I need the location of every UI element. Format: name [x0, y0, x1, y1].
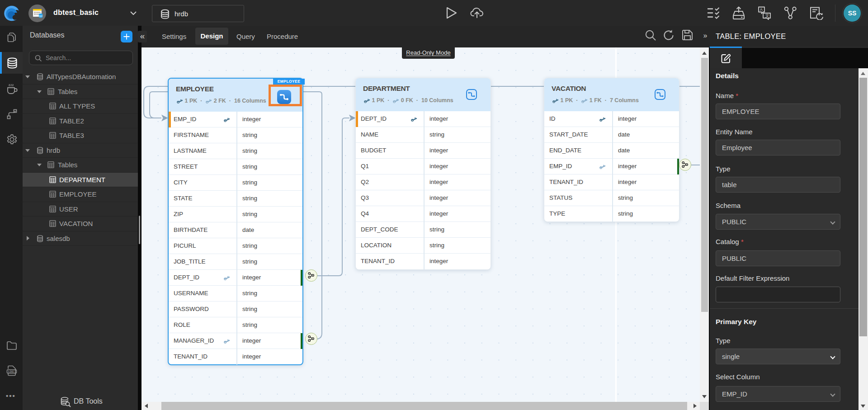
- svg-text:A: A: [760, 7, 763, 12]
- svg-text:LOG: LOG: [8, 370, 14, 373]
- svg-text:文: 文: [765, 14, 769, 18]
